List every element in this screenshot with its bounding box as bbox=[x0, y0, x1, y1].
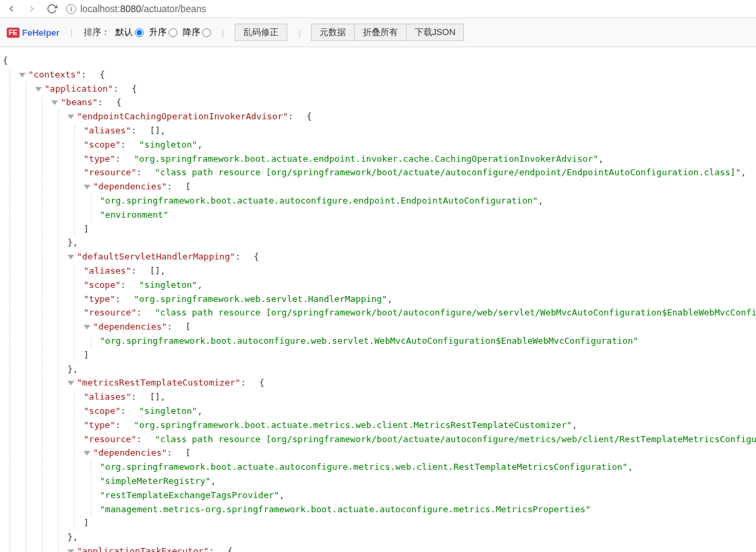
toggle-icon[interactable] bbox=[67, 381, 74, 386]
json-key: resource bbox=[84, 434, 136, 444]
address-bar[interactable]: i localhost:8080/actuator/beans bbox=[66, 3, 751, 14]
toggle-icon[interactable] bbox=[67, 549, 74, 552]
radio-desc[interactable]: 降序 bbox=[183, 26, 211, 38]
json-value: org.springframework.boot.actuate.autocon… bbox=[100, 195, 538, 206]
json-key: application bbox=[45, 84, 113, 94]
json-key: applicationTaskExecutor bbox=[77, 546, 209, 552]
json-key: aliases bbox=[84, 125, 131, 135]
json-key: endpointCachingOperationInvokerAdvisor bbox=[77, 111, 288, 121]
json-value: org.springframework.boot.autoconfigure.w… bbox=[100, 336, 638, 346]
sort-label: 排序： bbox=[84, 26, 110, 38]
toggle-icon[interactable] bbox=[67, 115, 74, 119]
json-key: type bbox=[84, 154, 115, 164]
json-key: type bbox=[84, 294, 115, 304]
json-key: dependencies bbox=[93, 181, 167, 191]
json-key: scope bbox=[84, 406, 121, 416]
fehelper-toolbar: FE FeHelper | 排序： 默认 升序 降序 | 乱码修正 | 元数据 … bbox=[0, 18, 756, 47]
json-value: environment bbox=[100, 210, 169, 220]
json-value: org.springframework.web.servlet.HandlerM… bbox=[134, 294, 387, 304]
toggle-icon[interactable] bbox=[51, 100, 58, 105]
json-value: org.springframework.boot.actuate.metrics… bbox=[134, 420, 572, 430]
json-key: dependencies bbox=[93, 448, 167, 458]
json-key: contexts bbox=[28, 69, 81, 80]
json-key: dependencies bbox=[93, 321, 167, 332]
toggle-icon[interactable] bbox=[84, 185, 90, 189]
json-key: aliases bbox=[84, 392, 131, 402]
toggle-icon[interactable] bbox=[35, 87, 42, 92]
reload-button[interactable] bbox=[46, 3, 58, 15]
toggle-icon[interactable] bbox=[67, 255, 74, 259]
divider: | bbox=[298, 28, 300, 38]
json-value: org.springframework.boot.actuate.endpoin… bbox=[134, 154, 598, 164]
radio-asc-input[interactable] bbox=[169, 28, 177, 37]
radio-asc[interactable]: 升序 bbox=[149, 26, 177, 38]
json-key: defaultServletHandlerMapping bbox=[77, 251, 235, 262]
radio-default[interactable]: 默认 bbox=[115, 26, 144, 38]
toggle-icon[interactable] bbox=[84, 325, 90, 330]
download-json-button[interactable]: 下载JSON bbox=[406, 24, 465, 41]
json-value: management.metrics-org.springframework.b… bbox=[100, 504, 591, 514]
url-text: localhost:8080/actuator/beans bbox=[80, 3, 206, 14]
json-key: resource bbox=[84, 167, 136, 177]
button-group: 元数据 折叠所有 下载JSON bbox=[312, 24, 465, 41]
fe-badge-icon: FE bbox=[7, 28, 20, 38]
json-value: org.springframework.boot.actuate.autocon… bbox=[100, 462, 628, 472]
json-value: singleton bbox=[139, 280, 197, 290]
divider: | bbox=[222, 28, 224, 38]
fehelper-logo: FE FeHelper bbox=[7, 28, 59, 38]
json-value: simpleMeterRegistry bbox=[100, 476, 210, 486]
json-viewer: { contexts: { application: { beans: { en… bbox=[0, 47, 756, 552]
garbled-fix-button[interactable]: 乱码修正 bbox=[235, 24, 287, 41]
json-key: aliases bbox=[84, 266, 131, 276]
json-value: singleton bbox=[139, 406, 197, 416]
radio-desc-input[interactable] bbox=[202, 28, 211, 37]
json-key: scope bbox=[84, 140, 121, 150]
json-key: scope bbox=[84, 280, 121, 290]
json-key: metricsRestTemplateCustomizer bbox=[77, 377, 241, 388]
json-value: restTemplateExchangeTagsProvider bbox=[100, 490, 279, 500]
json-value: class path resource [org/springframework… bbox=[155, 167, 741, 177]
collapse-all-button[interactable]: 折叠所有 bbox=[354, 24, 407, 41]
forward-button[interactable] bbox=[26, 3, 38, 15]
json-root: { bbox=[3, 54, 753, 68]
info-icon[interactable]: i bbox=[66, 4, 76, 14]
divider: | bbox=[70, 28, 72, 38]
json-value: class path resource [org/springframework… bbox=[155, 434, 756, 444]
radio-default-input[interactable] bbox=[135, 28, 144, 37]
metadata-button[interactable]: 元数据 bbox=[311, 24, 355, 41]
toggle-icon[interactable] bbox=[19, 73, 26, 78]
json-value: singleton bbox=[139, 140, 197, 150]
fehelper-label: FeHelper bbox=[22, 28, 60, 38]
browser-nav-bar: i localhost:8080/actuator/beans bbox=[0, 0, 756, 18]
json-key: type bbox=[84, 420, 115, 430]
back-button[interactable] bbox=[5, 3, 18, 15]
json-key: resource bbox=[84, 307, 136, 317]
json-value: class path resource [org/springframework… bbox=[155, 307, 756, 317]
toggle-icon[interactable] bbox=[84, 451, 90, 456]
json-key: beans bbox=[61, 97, 98, 107]
